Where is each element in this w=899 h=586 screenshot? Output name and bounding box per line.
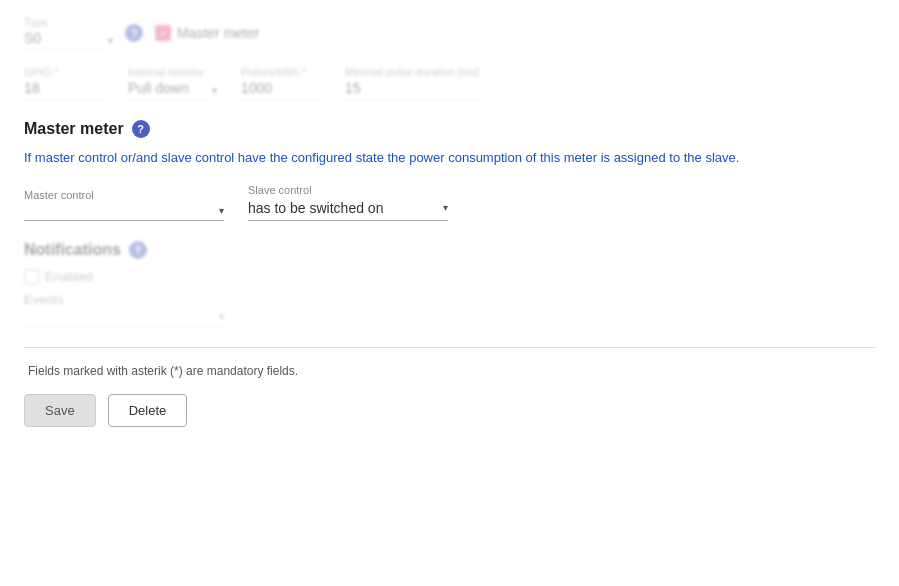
enabled-label: Enabled <box>45 269 93 284</box>
master-meter-description: If master control or/and slave control h… <box>24 148 875 168</box>
master-control-label: Master control <box>24 189 224 201</box>
master-meter-checkbox[interactable]: ✓ <box>155 25 171 41</box>
action-buttons: Save Delete <box>24 394 875 427</box>
gpio-label: GPIO * <box>24 66 104 78</box>
type-field: Type S0 ▾ <box>24 16 113 50</box>
save-button[interactable]: Save <box>24 394 96 427</box>
gpio-field: GPIO * 18 <box>24 66 104 100</box>
events-arrow-icon: ▾ <box>219 311 224 322</box>
slave-control-select[interactable]: has to be switched on ▾ <box>248 200 448 221</box>
pulses-kwh-field: Pulses/kWh * 1000 <box>241 66 321 100</box>
type-label: Type <box>24 16 113 28</box>
enabled-checkbox[interactable] <box>24 269 39 284</box>
notifications-heading: Notifications ? <box>24 241 875 259</box>
slave-control-field: Slave control has to be switched on ▾ <box>248 184 448 221</box>
min-pulse-value: 15 <box>345 80 479 100</box>
master-meter-checkbox-label: Master meter <box>177 25 259 41</box>
events-select[interactable]: ▾ <box>24 311 224 327</box>
notifications-title: Notifications <box>24 241 121 259</box>
top-section: Type S0 ▾ ? ✓ Master meter GPIO * 18 Int… <box>24 16 875 100</box>
internal-resistor-label: Internal resistor <box>128 66 217 78</box>
events-label: Events <box>24 292 875 307</box>
master-meter-heading: Master meter ? <box>24 120 875 138</box>
page-container: Type S0 ▾ ? ✓ Master meter GPIO * 18 Int… <box>0 0 899 586</box>
min-pulse-field: Minimal pulse duration [ms] 15 <box>345 66 479 100</box>
type-value: S0 <box>24 30 104 50</box>
notifications-section: Notifications ? Enabled Events ▾ <box>24 241 875 327</box>
type-arrow-icon: ▾ <box>108 35 113 46</box>
control-row: Master control ▾ Slave control has to be… <box>24 184 875 221</box>
master-meter-title: Master meter <box>24 120 124 138</box>
master-control-field: Master control ▾ <box>24 189 224 221</box>
master-meter-section: Master meter ? If master control or/and … <box>24 120 875 221</box>
master-meter-checkbox-group: ✓ Master meter <box>155 25 259 41</box>
type-help-icon[interactable]: ? <box>125 24 143 42</box>
internal-resistor-value: Pull down <box>128 80 208 100</box>
enabled-row: Enabled <box>24 269 875 284</box>
master-meter-help-icon[interactable]: ? <box>132 120 150 138</box>
slave-control-label: Slave control <box>248 184 448 196</box>
events-field: Events ▾ <box>24 292 875 327</box>
master-control-select[interactable]: ▾ <box>24 205 224 221</box>
delete-button[interactable]: Delete <box>108 394 188 427</box>
master-control-arrow-icon: ▾ <box>219 205 224 216</box>
notifications-help-icon[interactable]: ? <box>129 241 147 259</box>
pulses-kwh-label: Pulses/kWh * <box>241 66 321 78</box>
slave-control-arrow-icon: ▾ <box>443 202 448 213</box>
pulses-kwh-value: 1000 <box>241 80 321 100</box>
divider <box>24 347 875 348</box>
min-pulse-label: Minimal pulse duration [ms] <box>345 66 479 78</box>
internal-resistor-arrow-icon: ▾ <box>212 85 217 96</box>
slave-control-value: has to be switched on <box>248 200 443 216</box>
mandatory-note: Fields marked with asterik (*) are manda… <box>24 364 875 378</box>
gpio-value: 18 <box>24 80 104 100</box>
internal-resistor-field: Internal resistor Pull down ▾ <box>128 66 217 100</box>
